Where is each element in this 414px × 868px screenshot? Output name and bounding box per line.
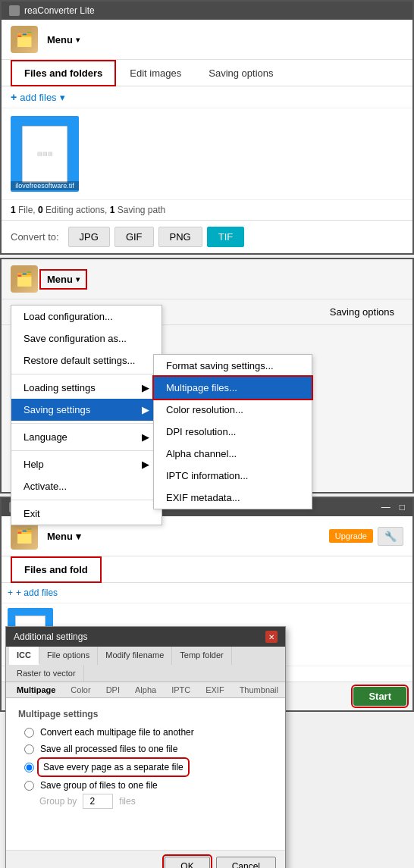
- radio-group-multipage: Convert each multipage file to another S…: [24, 727, 273, 791]
- menu-item-exit[interactable]: Exit: [11, 503, 162, 525]
- menu-item-load-config[interactable]: Load configuration...: [11, 306, 162, 327]
- convert-bar-1: Convert to: JPG GIF PNG TIF: [2, 220, 412, 253]
- add-files-button[interactable]: + add files ▾: [11, 91, 65, 103]
- app-title-1: reaConverter Lite: [24, 5, 95, 16]
- app-logo-2: 🗂️: [11, 265, 38, 293]
- submenu-format-saving[interactable]: Format saving settings...: [154, 355, 312, 377]
- cancel-button[interactable]: Cancel: [216, 857, 276, 868]
- app-logo-1: 🗂️: [11, 26, 38, 53]
- plus-icon-3: +: [8, 588, 13, 598]
- menu-item-activate[interactable]: Activate...: [11, 475, 162, 497]
- tab-files-folders-3[interactable]: Files and fold: [11, 556, 102, 583]
- dialog-body: Multipage settings Convert each multipag…: [6, 698, 285, 850]
- radio-save-all-one[interactable]: Save all processed files to one file: [24, 744, 273, 754]
- menu-item-help[interactable]: Help ▶: [11, 453, 162, 475]
- submenu-color-resolution[interactable]: Color resolution...: [154, 399, 312, 421]
- menu-item-saving-settings[interactable]: Saving settings ▶: [11, 399, 162, 421]
- upgrade-badge[interactable]: Upgrade: [329, 529, 373, 543]
- ok-button[interactable]: OK: [165, 857, 209, 868]
- tab-saving-options[interactable]: Saving options: [195, 60, 287, 86]
- menu-item-language[interactable]: Language ▶: [11, 426, 162, 448]
- menu-divider-1: [11, 374, 162, 374]
- menu-divider-2: [11, 423, 162, 424]
- dialog-tab2-multipage[interactable]: Multipage: [9, 682, 63, 697]
- arrow-right-icon-3: ▶: [142, 431, 149, 443]
- file-area-1: ▤▤▤ ilovefreesoftware.tif: [2, 108, 412, 199]
- menu-item-loading-settings[interactable]: Loading settings ▶: [11, 377, 162, 399]
- tab-edit-images[interactable]: Edit images: [116, 60, 195, 86]
- dialog-tab2-iptc[interactable]: IPTC: [164, 682, 198, 697]
- add-files-label: add files: [20, 92, 56, 103]
- submenu-iptc-information[interactable]: IPTC information...: [154, 465, 312, 487]
- tab-files-folders[interactable]: Files and folders: [11, 60, 116, 86]
- dialog-tab2-color[interactable]: Color: [63, 682, 98, 697]
- submenu-multipage-files[interactable]: Multipage files...: [154, 377, 312, 399]
- file-name-label-1: ilovefreesoftware.tif: [11, 181, 79, 190]
- arrow-right-icon-4: ▶: [142, 459, 149, 470]
- radio-save-group[interactable]: Save group of files to one file: [24, 780, 273, 791]
- menu-divider-3: [11, 450, 162, 451]
- radio-convert-each[interactable]: Convert each multipage file to another: [24, 727, 273, 738]
- dialog-tab2-exif[interactable]: EXIF: [198, 682, 231, 697]
- chevron-down-icon: ▾: [76, 36, 80, 44]
- group-by-input[interactable]: [83, 794, 113, 809]
- chevron-down-icon-2: ▾: [76, 275, 80, 284]
- file-doc-preview: ▤▤▤: [22, 126, 67, 183]
- dialog-tab-temp-folder[interactable]: Temp folder: [172, 647, 231, 665]
- status-bar-1: 1 File, 0 Editing actions, 1 Saving path: [2, 199, 412, 220]
- add-files-button-3[interactable]: + + add files: [8, 588, 58, 598]
- additional-settings-dialog: Additional settings ✕ ICC File options M…: [5, 626, 286, 868]
- dialog-tab-raster-to-vector[interactable]: Raster to vector: [9, 665, 84, 682]
- chevron-down-icon-add: ▾: [60, 92, 65, 103]
- menu-button-1[interactable]: Menu ▾: [42, 33, 84, 47]
- add-files-bar: + add files ▾: [2, 86, 412, 108]
- dialog-tab2-thumbnail[interactable]: Thumbnail: [232, 682, 286, 697]
- dialog-title: Additional settings: [14, 631, 87, 642]
- minimize-icon[interactable]: —: [381, 502, 390, 512]
- dialog-tab-modify-filename[interactable]: Modify filename: [98, 647, 172, 665]
- dialog-tab2-alpha[interactable]: Alpha: [127, 682, 164, 697]
- dialog-close-button[interactable]: ✕: [265, 631, 278, 643]
- maximize-icon[interactable]: □: [400, 502, 405, 512]
- menu-item-restore[interactable]: Restore default settings...: [11, 349, 162, 371]
- format-jpg[interactable]: JPG: [68, 227, 110, 247]
- menu-button-3[interactable]: Menu ▾: [42, 529, 86, 544]
- arrow-right-icon: ▶: [142, 382, 149, 393]
- file-count: 1: [11, 205, 16, 215]
- panel3-files-row: + + add files: [2, 583, 412, 603]
- format-png[interactable]: PNG: [158, 227, 202, 247]
- submenu-alpha-channel[interactable]: Alpha channel...: [154, 443, 312, 465]
- dialog-tab-file-options[interactable]: File options: [39, 647, 98, 665]
- radio-save-every-page[interactable]: Save every page as a separate file: [24, 760, 273, 774]
- format-tif[interactable]: TIF: [207, 227, 245, 247]
- wrench-button[interactable]: 🔧: [378, 527, 403, 546]
- dialog-tabs-row1: ICC File options Modify filename Temp fo…: [6, 647, 285, 682]
- tabs-3: Files and fold: [2, 556, 412, 583]
- plus-icon: +: [11, 91, 17, 103]
- start-button[interactable]: Start: [353, 687, 406, 706]
- panel2-saving-options: Saving options: [321, 300, 403, 324]
- menu-button-2[interactable]: Menu ▾: [42, 272, 84, 287]
- chevron-down-icon-3: ▾: [76, 531, 81, 542]
- title-bar-1: reaConverter Lite: [2, 2, 412, 20]
- file-thumbnail-1[interactable]: ▤▤▤ ilovefreesoftware.tif: [11, 116, 79, 192]
- dialog-tab-icc[interactable]: ICC: [9, 647, 39, 665]
- files-label: files: [119, 796, 135, 807]
- section-multipage-settings: Multipage settings: [18, 709, 273, 719]
- panel-1: reaConverter Lite 🗂️ Menu ▾ Files and fo…: [0, 0, 414, 255]
- menu-item-save-config[interactable]: Save configuration as...: [11, 327, 162, 349]
- dialog-title-bar: Additional settings ✕: [6, 627, 285, 647]
- panel-3: reaConverter Lite — □ 🗂️ Menu ▾ Upgrade …: [0, 497, 414, 712]
- panel3-body: ▤ ilovefreesoftw Additional settings ✕ I…: [2, 603, 412, 666]
- group-by-label: Group by: [39, 796, 77, 807]
- submenu-exif-metadata[interactable]: EXIF metadata...: [154, 487, 312, 509]
- edit-count: 0: [38, 205, 43, 215]
- format-gif[interactable]: GIF: [114, 227, 154, 247]
- panel-2: 🗂️ Menu ▾ Files Saving options Load conf…: [0, 258, 414, 494]
- toolbar-2: 🗂️ Menu ▾: [2, 259, 412, 299]
- save-path-count: 1: [110, 205, 115, 215]
- app-logo-3: 🗂️: [11, 522, 38, 550]
- arrow-right-icon-2: ▶: [142, 404, 149, 415]
- submenu-dpi-resolution[interactable]: DPI resolution...: [154, 421, 312, 443]
- dialog-tab2-dpi[interactable]: DPI: [99, 682, 127, 697]
